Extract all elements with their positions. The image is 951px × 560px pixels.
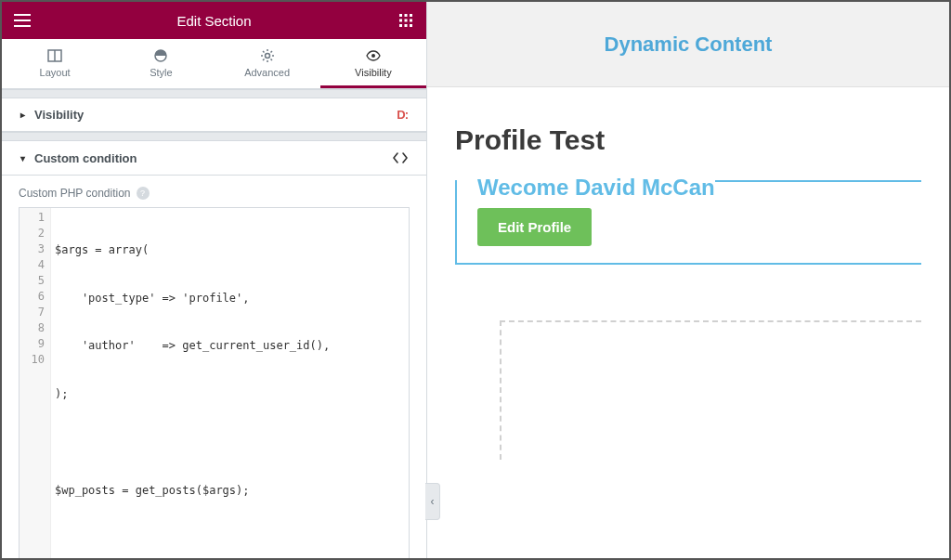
svg-rect-0	[399, 14, 402, 17]
tab-visibility[interactable]: Visibility	[320, 39, 426, 88]
welcome-section[interactable]: Wecome David McCan Edit Profile	[455, 180, 921, 265]
field-label-row: Custom PHP condition ?	[19, 187, 410, 200]
gear-icon	[260, 48, 275, 63]
svg-rect-2	[410, 14, 412, 17]
tab-label: Advanced	[244, 67, 290, 78]
section-title: Visibility	[34, 108, 84, 122]
preview-header: Dynamic Content	[427, 2, 949, 87]
welcome-heading: Wecome David McCan	[457, 171, 715, 212]
tab-label: Layout	[40, 67, 71, 78]
section-title: Custom condition	[34, 151, 137, 165]
tab-layout[interactable]: Layout	[2, 39, 108, 88]
panel-scroll[interactable]: ▸ Visibility D: ▾ Custom condition Custo…	[2, 89, 426, 558]
section-visibility[interactable]: ▸ Visibility D:	[2, 98, 426, 132]
tab-style[interactable]: Style	[108, 39, 214, 88]
panel-header: Edit Section	[2, 2, 426, 39]
widgets-grid-icon[interactable]	[395, 9, 417, 32]
code-content[interactable]: $args = array( 'post_type' => 'profile',…	[51, 208, 409, 558]
svg-rect-7	[405, 24, 408, 27]
layout-icon	[47, 48, 62, 63]
style-icon	[153, 48, 168, 63]
caret-right-icon: ▸	[20, 110, 25, 120]
brand-title: Dynamic Content	[605, 33, 773, 57]
empty-section-placeholder[interactable]	[500, 320, 921, 460]
caret-down-icon: ▾	[20, 153, 25, 163]
menu-icon[interactable]	[11, 9, 33, 32]
editor-panel: Edit Section Layout Style	[2, 2, 427, 558]
tab-label: Visibility	[355, 67, 392, 78]
svg-rect-1	[405, 14, 408, 17]
code-gutter: 12345678910	[20, 208, 51, 558]
app-root: Edit Section Layout Style	[0, 0, 951, 560]
panel-tabs: Layout Style Advanced Visibility	[2, 39, 426, 89]
svg-rect-5	[410, 20, 412, 22]
panel-title: Edit Section	[33, 13, 395, 29]
svg-point-12	[265, 54, 269, 59]
section-custom-condition[interactable]: ▾ Custom condition	[2, 141, 426, 176]
preview-body: Profile Test Wecome David McCan Edit Pro…	[427, 87, 949, 478]
field-label: Custom PHP condition	[19, 187, 131, 200]
code-icon	[393, 150, 408, 165]
dynamic-badge-icon: D:	[397, 108, 408, 122]
page-title: Profile Test	[455, 124, 921, 156]
divider	[2, 89, 426, 98]
section-body-custom: Custom PHP condition ? 12345678910 $args…	[2, 176, 426, 558]
preview-pane: Dynamic Content Profile Test Wecome Davi…	[427, 2, 949, 558]
svg-rect-3	[399, 20, 402, 22]
welcome-inner: Edit Profile	[457, 208, 921, 263]
svg-rect-8	[410, 24, 412, 27]
panel-collapse-button[interactable]: ‹	[425, 483, 440, 520]
svg-rect-6	[399, 24, 402, 27]
svg-point-13	[371, 54, 375, 58]
help-icon[interactable]: ?	[137, 187, 150, 200]
edit-profile-button[interactable]: Edit Profile	[477, 208, 592, 246]
php-code-editor[interactable]: 12345678910 $args = array( 'post_type' =…	[19, 207, 410, 558]
tab-advanced[interactable]: Advanced	[215, 39, 320, 88]
svg-rect-4	[405, 20, 408, 22]
eye-icon	[366, 48, 381, 63]
tab-label: Style	[150, 67, 172, 78]
divider	[2, 132, 426, 141]
